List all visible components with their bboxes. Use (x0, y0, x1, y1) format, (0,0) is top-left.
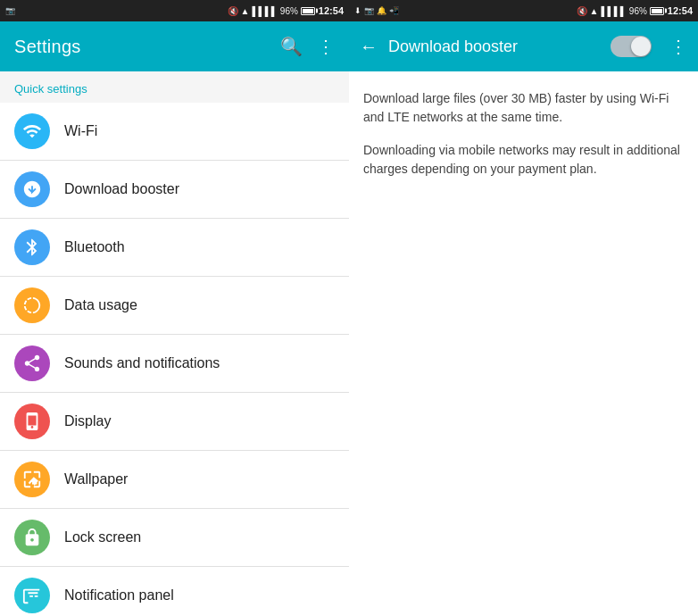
toolbar-left: Settings 🔍 ⋮ (0, 21, 349, 71)
toolbar-icons-left: 🔍 ⋮ (280, 36, 335, 57)
quick-settings-label: Quick settings (0, 71, 349, 103)
settings-list: Quick settings Wi-Fi Download booster Bl… (0, 71, 349, 616)
notification-panel-icon (22, 586, 42, 605)
description-text-1: Download large files (over 30 MB) faster… (363, 89, 684, 127)
right-notification-icon-2: 📷 (364, 6, 374, 15)
status-bar-right: ⬇ 📷 🔔 📲 🔇 ▲ ▌▌▌▌ 96% 12:54 (349, 0, 698, 21)
right-panel: ⬇ 📷 🔔 📲 🔇 ▲ ▌▌▌▌ 96% 12:54 ← Download bo… (349, 0, 698, 616)
wifi-icon (22, 121, 42, 141)
wifi-label: Wi-Fi (64, 123, 97, 139)
data-usage-label: Data usage (64, 297, 137, 313)
overflow-menu-icon[interactable]: ⋮ (317, 36, 335, 57)
right-left-notifications: ⬇ 📷 🔔 📲 (354, 6, 573, 15)
sounds-label: Sounds and notifications (64, 355, 220, 371)
battery-pct-right: 96% (629, 6, 647, 16)
status-icons-left: 🔇 ▲ ▌▌▌▌ 96% 12:54 (228, 5, 344, 16)
time-right: 12:54 (668, 5, 693, 16)
notification-icon-1: 📷 (5, 6, 15, 15)
settings-item-display[interactable]: Display (0, 393, 349, 451)
page-title-right: Download booster (388, 37, 600, 56)
wallpaper-icon (22, 470, 42, 489)
description-text-2: Downloading via mobile networks may resu… (363, 141, 684, 179)
page-title-left: Settings (14, 37, 81, 57)
lock-screen-label: Lock screen (64, 529, 141, 545)
wallpaper-icon-circle (14, 462, 50, 497)
data-usage-icon-circle (14, 287, 50, 323)
data-usage-icon (22, 296, 42, 315)
download-booster-icon-circle (14, 171, 50, 207)
settings-item-notification-panel[interactable]: Notification panel (0, 567, 349, 616)
signal-icon-right: ▌▌▌▌ (602, 6, 627, 16)
left-panel: 📷 🔇 ▲ ▌▌▌▌ 96% 12:54 Settings 🔍 ⋮ Quick … (0, 0, 349, 616)
back-button[interactable]: ← (360, 37, 378, 57)
bluetooth-icon (22, 237, 42, 257)
right-notification-icon-4: 📲 (389, 6, 399, 15)
right-content: Download large files (over 30 MB) faster… (349, 71, 698, 616)
display-icon (22, 412, 42, 431)
notification-panel-label: Notification panel (64, 587, 174, 604)
time-left: 12:54 (319, 5, 344, 16)
bluetooth-icon-circle (14, 229, 50, 265)
sounds-icon-circle (14, 345, 50, 381)
lock-screen-icon (22, 528, 42, 547)
signal-icon: ▌▌▌▌ (253, 6, 278, 16)
overflow-menu-icon-right[interactable]: ⋮ (669, 36, 687, 57)
right-notification-icon: ⬇ (354, 6, 361, 15)
battery-pct-left: 96% (280, 6, 298, 16)
search-icon[interactable]: 🔍 (280, 36, 303, 57)
settings-item-wallpaper[interactable]: Wallpaper (0, 451, 349, 509)
mute-icon: 🔇 (228, 6, 238, 16)
wifi-status-icon: ▲ (241, 6, 250, 16)
status-bar-left: 📷 🔇 ▲ ▌▌▌▌ 96% 12:54 (0, 0, 349, 21)
download-booster-icon (22, 179, 42, 199)
left-notifications: 📷 (5, 6, 224, 15)
status-icons-right: 🔇 ▲ ▌▌▌▌ 96% 12:54 (577, 5, 693, 16)
sounds-icon (22, 354, 42, 373)
wifi-status-icon-right: ▲ (590, 6, 599, 16)
settings-item-sounds[interactable]: Sounds and notifications (0, 335, 349, 393)
bluetooth-label: Bluetooth (64, 239, 125, 255)
display-label: Display (64, 413, 111, 429)
wallpaper-label: Wallpaper (64, 471, 128, 487)
battery-icon-right (650, 7, 664, 15)
lock-screen-icon-circle (14, 520, 50, 555)
mute-icon-right: 🔇 (577, 6, 587, 16)
toolbar-right: ← Download booster ⋮ (349, 21, 698, 71)
wifi-icon-circle (14, 113, 50, 149)
toggle-knob (631, 37, 651, 56)
download-booster-label: Download booster (64, 181, 179, 197)
settings-item-wifi[interactable]: Wi-Fi (0, 103, 349, 161)
settings-item-download-booster[interactable]: Download booster (0, 161, 349, 219)
right-notification-icon-3: 🔔 (377, 6, 386, 15)
notification-panel-icon-circle (14, 578, 50, 613)
battery-icon-left (301, 7, 315, 15)
download-booster-toggle[interactable] (611, 36, 652, 57)
settings-item-lock-screen[interactable]: Lock screen (0, 509, 349, 567)
settings-item-bluetooth[interactable]: Bluetooth (0, 219, 349, 277)
settings-item-data-usage[interactable]: Data usage (0, 277, 349, 335)
display-icon-circle (14, 404, 50, 439)
